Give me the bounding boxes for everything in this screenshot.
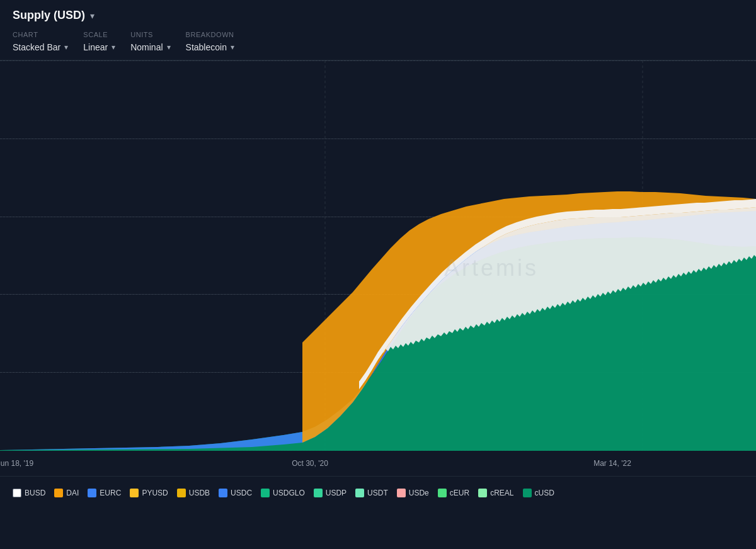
x-axis: Jun 18, '19 Oct 30, '20 Mar 14, '22 <box>0 451 756 476</box>
legend-item: cREAL <box>478 489 513 497</box>
legend-label: cREAL <box>490 489 513 497</box>
breakdown-label: BREAKDOWN <box>186 31 234 38</box>
legend-swatch <box>261 489 270 497</box>
header: Supply (USD) ▾ CHART Stacked Bar ▾ SCALE… <box>0 0 756 60</box>
legend-swatch <box>314 489 323 497</box>
legend-area: BUSDDAIEURCPYUSDUSDBUSDCUSDGLOUSDPUSDTUS… <box>0 476 756 509</box>
units-arrow-icon: ▾ <box>167 43 171 52</box>
scale-dropdown[interactable]: Linear ▾ <box>83 41 115 54</box>
legend-label: USDC <box>231 489 252 497</box>
x-label-3: Mar 14, '22 <box>593 459 631 468</box>
title-row: Supply (USD) ▾ <box>13 9 743 22</box>
scale-label: SCALE <box>83 31 115 38</box>
legend-label: USDB <box>189 489 210 497</box>
legend-swatch <box>88 489 96 497</box>
controls-row: CHART Stacked Bar ▾ SCALE Linear ▾ UNITS… <box>13 31 743 54</box>
legend-label: cEUR <box>450 489 469 497</box>
legend-item: USDGLO <box>261 489 305 497</box>
legend-swatch <box>219 489 227 497</box>
legend-label: EURC <box>100 489 121 497</box>
legend-swatch <box>478 489 487 497</box>
title-chevron-icon[interactable]: ▾ <box>90 11 94 21</box>
breakdown-value: Stablecoin <box>186 42 227 52</box>
legend-swatch <box>355 489 364 497</box>
chart-label: CHART <box>13 31 68 38</box>
legend-swatch <box>438 489 447 497</box>
stacked-area-chart <box>0 60 756 451</box>
page-title: Supply (USD) <box>13 9 85 22</box>
legend-item: cUSD <box>523 489 554 497</box>
chart-area: Artemis Jun 18, '19 Oct 30, '20 Mar 14, … <box>0 60 756 476</box>
legend-label: cUSD <box>535 489 554 497</box>
scale-control: SCALE Linear ▾ <box>83 31 115 54</box>
scale-arrow-icon: ▾ <box>112 43 115 52</box>
x-label-2: Oct 30, '20 <box>292 459 328 468</box>
legend-item: DAI <box>54 489 79 497</box>
legend-item: PYUSD <box>130 489 168 497</box>
legend-swatch <box>397 489 406 497</box>
legend-item: USDT <box>355 489 388 497</box>
legend-label: USDT <box>367 489 388 497</box>
legend-label: PYUSD <box>142 489 168 497</box>
units-control: UNITS Nominal ▾ <box>130 31 170 54</box>
chart-arrow-icon: ▾ <box>64 43 68 52</box>
legend-item: USDe <box>397 489 429 497</box>
breakdown-control: BREAKDOWN Stablecoin ▾ <box>186 31 234 54</box>
chart-control: CHART Stacked Bar ▾ <box>13 31 68 54</box>
legend-item: USDC <box>219 489 252 497</box>
legend-label: USDe <box>409 489 429 497</box>
legend-label: BUSD <box>25 489 45 497</box>
legend-item: BUSD <box>13 489 45 497</box>
units-dropdown[interactable]: Nominal ▾ <box>130 41 170 54</box>
legend-swatch <box>13 489 21 497</box>
legend-item: EURC <box>88 489 121 497</box>
breakdown-dropdown[interactable]: Stablecoin ▾ <box>186 41 234 54</box>
breakdown-arrow-icon: ▾ <box>231 43 234 52</box>
legend-swatch <box>523 489 532 497</box>
legend-swatch <box>177 489 186 497</box>
units-label: UNITS <box>130 31 170 38</box>
legend-item: USDB <box>177 489 210 497</box>
scale-value: Linear <box>83 42 108 52</box>
legend-label: USDGLO <box>273 489 305 497</box>
x-label-1: Jun 18, '19 <box>0 459 33 468</box>
legend-label: DAI <box>66 489 79 497</box>
legend-item: USDP <box>314 489 346 497</box>
legend-swatch <box>54 489 63 497</box>
legend-label: USDP <box>326 489 346 497</box>
chart-value: Stacked Bar <box>13 42 60 52</box>
legend-item: cEUR <box>438 489 469 497</box>
units-value: Nominal <box>130 42 163 52</box>
chart-dropdown[interactable]: Stacked Bar ▾ <box>13 41 68 54</box>
legend-swatch <box>130 489 139 497</box>
